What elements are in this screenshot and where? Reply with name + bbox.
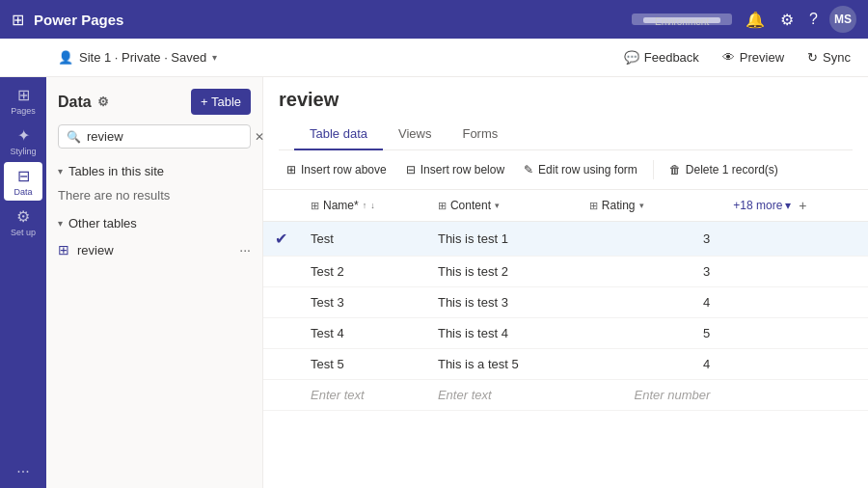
row-rating-cell: 4 bbox=[578, 287, 722, 318]
waffle-icon[interactable]: ⊞ bbox=[12, 11, 24, 29]
tab-tabledata[interactable]: Table data bbox=[294, 119, 383, 150]
table-row[interactable]: Test 4 This is test 4 5 bbox=[263, 318, 868, 349]
placeholder-rating-cell[interactable]: Enter number bbox=[578, 380, 722, 411]
sidebar-settings-icon[interactable]: ⚙ bbox=[97, 95, 109, 109]
environment-container: Environment bbox=[632, 14, 732, 25]
nav-data[interactable]: ⊟ Data bbox=[4, 162, 42, 201]
row-rating-cell: 4 bbox=[578, 349, 722, 380]
add-column-button[interactable]: + bbox=[795, 198, 810, 213]
insert-row-below-button[interactable]: ⊟ Insert row below bbox=[398, 158, 512, 181]
nav-setup[interactable]: ⚙ Set up bbox=[4, 203, 42, 241]
site-chevron[interactable]: ▾ bbox=[212, 52, 217, 63]
notification-icon[interactable]: 🔔 bbox=[742, 7, 769, 33]
nav-styling[interactable]: ✦ Styling bbox=[4, 122, 42, 160]
col-rating[interactable]: ⊞ Rating ▾ bbox=[578, 190, 722, 222]
site-icon: 👤 bbox=[58, 50, 73, 65]
col-rating-label: Rating bbox=[602, 199, 636, 212]
table-item-icon: ⊞ bbox=[58, 242, 69, 258]
top-bar: ⊞ Power Pages Environment 🔔 ⚙ ? MS bbox=[0, 0, 868, 39]
tables-in-site-label: Tables in this site bbox=[68, 164, 164, 178]
data-icon: ⊟ bbox=[17, 167, 30, 185]
placeholder-checkbox-cell bbox=[263, 380, 299, 411]
tables-in-site-chevron: ▾ bbox=[58, 166, 63, 176]
content-header: review Table data Views Forms bbox=[263, 77, 868, 150]
tab-forms[interactable]: Forms bbox=[447, 119, 513, 150]
data-table: ⊞ Name* ↑ ↓ ⊞ Content ▾ bbox=[263, 190, 868, 411]
other-tables-section[interactable]: ▾ Other tables bbox=[46, 210, 262, 236]
row-rating-cell: 5 bbox=[578, 318, 722, 349]
col-name-sort-desc[interactable]: ↓ bbox=[370, 201, 375, 210]
table-wrapper: ⊞ Name* ↑ ↓ ⊞ Content ▾ bbox=[263, 190, 868, 488]
table-placeholder-row[interactable]: Enter text Enter text Enter number bbox=[263, 380, 868, 411]
sync-button[interactable]: ↻ Sync bbox=[801, 46, 856, 68]
setup-label: Set up bbox=[11, 228, 36, 237]
row-checkbox-cell[interactable] bbox=[263, 287, 299, 318]
more-columns-button[interactable]: +18 more ▾ bbox=[733, 199, 791, 212]
search-icon: 🔍 bbox=[67, 130, 81, 144]
row-content-cell: This is test 3 bbox=[426, 287, 578, 318]
col-content-chevron[interactable]: ▾ bbox=[495, 201, 500, 210]
table-row[interactable]: Test 3 This is test 3 4 bbox=[263, 287, 868, 318]
row-checkbox-cell[interactable] bbox=[263, 257, 299, 287]
table-row[interactable]: Test 2 This is test 2 3 bbox=[263, 257, 868, 287]
row-extra-cell bbox=[721, 222, 868, 257]
table-item-more-button[interactable]: ··· bbox=[239, 242, 251, 258]
insert-row-above-button[interactable]: ⊞ Insert row above bbox=[279, 158, 394, 181]
col-content[interactable]: ⊞ Content ▾ bbox=[426, 190, 578, 222]
col-name-sort-asc[interactable]: ↑ bbox=[363, 201, 367, 210]
row-checkbox-cell[interactable]: ✔ bbox=[263, 222, 299, 257]
edit-row-icon: ✎ bbox=[524, 163, 533, 176]
feedback-label: Feedback bbox=[644, 50, 699, 65]
search-input[interactable] bbox=[87, 129, 249, 144]
table-item-review[interactable]: ⊞ review ··· bbox=[46, 236, 262, 263]
feedback-button[interactable]: 💬 Feedback bbox=[618, 46, 705, 68]
delete-icon: 🗑 bbox=[669, 163, 681, 176]
delete-label: Delete 1 record(s) bbox=[686, 163, 778, 176]
col-rating-chevron[interactable]: ▾ bbox=[639, 201, 644, 210]
help-icon[interactable]: ? bbox=[805, 7, 822, 32]
col-name-icon: ⊞ bbox=[311, 200, 319, 212]
pages-label: Pages bbox=[11, 106, 36, 116]
col-content-icon: ⊞ bbox=[438, 200, 447, 212]
nav-more-icon[interactable]: ··· bbox=[16, 463, 29, 480]
col-more[interactable]: +18 more ▾ + bbox=[721, 190, 868, 222]
left-nav: ⊞ Pages ✦ Styling ⊟ Data ⚙ Set up ··· bbox=[0, 77, 46, 488]
sync-icon: ↻ bbox=[807, 50, 818, 65]
toolbar: ⊞ Insert row above ⊟ Insert row below ✎ … bbox=[263, 150, 868, 190]
insert-row-below-label: Insert row below bbox=[420, 163, 504, 176]
other-tables-label: Other tables bbox=[68, 216, 137, 230]
preview-button[interactable]: 👁 Preview bbox=[717, 46, 790, 68]
feedback-icon: 💬 bbox=[624, 50, 639, 65]
checkbox-checked-icon: ✔ bbox=[275, 230, 287, 247]
sidebar-title: Data ⚙ bbox=[58, 94, 109, 111]
edit-row-label: Edit row using form bbox=[538, 163, 637, 176]
settings-icon[interactable]: ⚙ bbox=[776, 7, 798, 33]
pages-icon: ⊞ bbox=[17, 86, 30, 104]
row-rating-cell: 3 bbox=[578, 257, 722, 287]
data-label: Data bbox=[14, 187, 32, 197]
delete-record-button[interactable]: 🗑 Delete 1 record(s) bbox=[662, 158, 786, 181]
app-title: Power Pages bbox=[34, 12, 123, 28]
row-checkbox-cell[interactable] bbox=[263, 349, 299, 380]
edit-row-form-button[interactable]: ✎ Edit row using form bbox=[516, 158, 645, 181]
col-rating-icon: ⊞ bbox=[589, 200, 598, 212]
second-bar: 👤 Site 1 · Private · Saved ▾ 💬 Feedback … bbox=[0, 39, 868, 77]
placeholder-content-cell[interactable]: Enter text bbox=[426, 380, 578, 411]
col-name-label: Name* bbox=[323, 199, 359, 212]
nav-pages[interactable]: ⊞ Pages bbox=[4, 81, 42, 120]
tab-views[interactable]: Views bbox=[383, 119, 447, 150]
avatar[interactable]: MS bbox=[829, 6, 856, 33]
preview-icon: 👁 bbox=[722, 50, 735, 65]
row-extra-cell bbox=[721, 318, 868, 349]
add-table-button[interactable]: + Table bbox=[191, 89, 251, 115]
content-area: review Table data Views Forms ⊞ Insert r… bbox=[263, 77, 868, 488]
table-row[interactable]: ✔ Test This is test 1 3 bbox=[263, 222, 868, 257]
row-content-cell: This is test 1 bbox=[426, 222, 578, 257]
row-checkbox-cell[interactable] bbox=[263, 318, 299, 349]
placeholder-name-cell[interactable]: Enter text bbox=[299, 380, 426, 411]
table-row[interactable]: Test 5 This is a test 5 4 bbox=[263, 349, 868, 380]
col-name[interactable]: ⊞ Name* ↑ ↓ bbox=[299, 190, 426, 222]
tables-in-site-section[interactable]: ▾ Tables in this site bbox=[46, 158, 262, 184]
environment-label: Environment bbox=[655, 16, 709, 27]
sidebar-title-text: Data bbox=[58, 94, 92, 111]
